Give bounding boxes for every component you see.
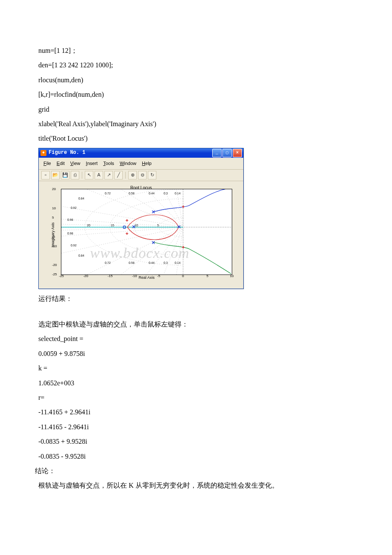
window-title: Figure No. 1 (49, 148, 212, 158)
svg-text:0.58: 0.58 (129, 261, 135, 264)
zoom-out-icon[interactable]: ⊖ (138, 171, 147, 179)
menu-bar: File Edit View Insert Tools Window Help (39, 158, 243, 170)
svg-line-15 (61, 227, 183, 230)
xtick: -15 (108, 273, 113, 279)
svg-text:0.14: 0.14 (175, 192, 181, 195)
code-line: xlabel('Real Axis'),ylabel('Imaginary Ax… (38, 118, 354, 130)
arrow2-icon[interactable]: ↗ (104, 171, 113, 179)
maximize-button[interactable]: ▢ (222, 149, 232, 157)
selected-point-label: selected_point = (38, 332, 354, 345)
svg-text:0.14: 0.14 (175, 261, 181, 264)
ytick: 20 (52, 186, 56, 192)
menu-tools[interactable]: Tools (101, 159, 116, 168)
xtick: -20 (83, 273, 88, 279)
k-label: k = (38, 362, 354, 375)
svg-text:0.84: 0.84 (78, 254, 84, 257)
ytick: -20 (52, 262, 57, 268)
svg-line-2 (87, 189, 183, 227)
minimize-button[interactable]: _ (212, 149, 222, 157)
xtick: 10 (230, 273, 234, 279)
menu-view[interactable]: View (68, 159, 83, 168)
root-locus-plot: 0.72 0.58 0.44 0.3 0.14 0.84 0.92 0.98 0… (61, 189, 232, 275)
svg-text:0.44: 0.44 (149, 261, 155, 264)
svg-text:0.72: 0.72 (105, 192, 111, 195)
window-titlebar[interactable]: ◆ Figure No. 1 _ ▢ × (39, 148, 243, 158)
menu-file[interactable]: File (41, 159, 53, 168)
menu-help[interactable]: Help (140, 159, 154, 168)
r-value: -0.0835 + 9.9528i (38, 435, 354, 448)
svg-line-16 (61, 227, 183, 236)
matlab-icon: ◆ (40, 150, 46, 156)
selected-point-value: 0.0059 + 9.8758i (38, 347, 354, 360)
x-axis-label: Real Axis (138, 274, 155, 281)
svg-line-8 (121, 227, 183, 275)
xtick: -10 (132, 273, 137, 279)
conclusion-label: 结论： (35, 465, 354, 477)
svg-text:0.92: 0.92 (71, 244, 77, 247)
svg-text:0.84: 0.84 (78, 197, 84, 200)
svg-line-6 (176, 189, 183, 227)
code-line: title('Root Locus') (38, 132, 354, 145)
conclusion-text: 根轨迹与虚轴有交点，所以在 K 从零到无穷变化时，系统的稳定性会发生变化。 (38, 479, 354, 492)
code-line: [k,r]=rlocfind(num,den) (38, 88, 354, 101)
menu-window[interactable]: Window (118, 159, 138, 168)
svg-text:10: 10 (135, 224, 138, 227)
open-icon[interactable]: 📂 (51, 171, 60, 179)
svg-text:0.3: 0.3 (164, 192, 168, 195)
select-instruction: 选定图中根轨迹与虚轴的交点，单击鼠标左键得： (38, 318, 354, 331)
line-icon[interactable]: ╱ (114, 171, 123, 179)
menu-insert[interactable]: Insert (84, 159, 100, 168)
svg-line-13 (61, 219, 183, 227)
code-line: den=[1 23 242 1220 1000]; (38, 59, 354, 72)
print-icon[interactable]: ⎙ (71, 171, 79, 179)
xtick: -25 (59, 273, 64, 279)
code-line: grid (38, 103, 354, 116)
xtick: -5 (157, 273, 160, 279)
svg-text:0.72: 0.72 (105, 261, 111, 264)
zoom-in-icon[interactable]: ⊕ (128, 171, 137, 179)
menu-edit[interactable]: Edit (55, 159, 67, 168)
save-icon[interactable]: 💾 (61, 171, 69, 179)
r-value: -11.4165 + 2.9641i (38, 406, 354, 419)
close-button[interactable]: × (233, 149, 242, 157)
xtick: 0 (182, 273, 184, 279)
new-icon[interactable]: ▫ (41, 171, 50, 179)
svg-text:0.98: 0.98 (67, 232, 73, 235)
toolbar-separator (125, 172, 126, 179)
code-line: num=[1 12]； (38, 44, 354, 57)
r-label: r= (38, 391, 354, 404)
plot-area[interactable]: Root Locus (39, 181, 243, 289)
toolbar-separator (82, 172, 82, 179)
toolbar: ▫ 📂 💾 ⎙ ↖ A ↗ ╱ ⊕ ⊖ ↻ (39, 170, 243, 181)
svg-line-11 (176, 227, 183, 275)
svg-text:0.44: 0.44 (149, 192, 155, 195)
ytick: 5 (52, 214, 54, 221)
code-line: rlocus(num,den) (38, 74, 354, 87)
svg-text:0.3: 0.3 (164, 261, 168, 264)
svg-line-17 (61, 227, 183, 253)
r-value: -11.4165 - 2.9641i (38, 421, 354, 434)
text-icon[interactable]: A (95, 171, 103, 179)
figure-window: ◆ Figure No. 1 _ ▢ × File Edit View Inse… (38, 148, 244, 289)
xtick: 5 (207, 273, 208, 279)
svg-text:0.58: 0.58 (129, 192, 135, 195)
svg-text:20: 20 (87, 224, 90, 227)
plot-canvas[interactable]: 0.72 0.58 0.44 0.3 0.14 0.84 0.92 0.98 0… (61, 189, 232, 275)
run-result-label: 运行结果： (38, 292, 354, 305)
arrow-icon[interactable]: ↖ (85, 171, 93, 179)
r-value: -0.0835 - 9.9528i (38, 450, 354, 463)
y-axis-label: Imaginary Axis (49, 222, 57, 247)
svg-text:15: 15 (111, 224, 114, 227)
svg-text:0.92: 0.92 (71, 206, 77, 209)
svg-text:0.98: 0.98 (67, 218, 73, 221)
k-value: 1.0652e+003 (38, 377, 354, 390)
rotate-icon[interactable]: ↻ (148, 171, 156, 179)
ytick: -25 (52, 271, 57, 278)
ytick: 10 (52, 205, 56, 211)
svg-text:5: 5 (157, 224, 159, 227)
svg-line-14 (61, 224, 183, 227)
